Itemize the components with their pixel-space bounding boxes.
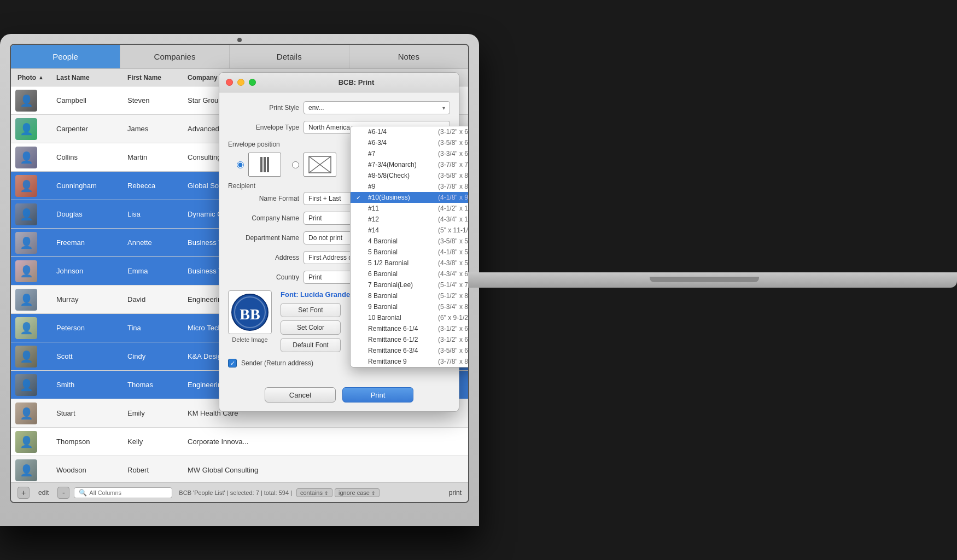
dropdown-item[interactable]: Remittance 9 (3-7/8" x 8-7/8")	[351, 356, 469, 367]
tab-details[interactable]: Details	[230, 45, 349, 68]
avatar: 👤	[15, 346, 37, 368]
avatar: 👤	[15, 289, 37, 311]
delete-image-label[interactable]: Delete Image	[232, 336, 267, 343]
avatar: 👤	[15, 232, 37, 254]
set-color-button[interactable]: Set Color	[281, 320, 341, 335]
cell-firstname: James	[123, 125, 183, 133]
dropdown-item-name: #9	[368, 183, 434, 190]
dropdown-item-name: Remittance 9	[368, 358, 434, 365]
dropdown-item-size: (4-3/4" x 11")	[438, 215, 469, 223]
table-row[interactable]: 👤 Thompson Kelly Corporate Innova...	[11, 428, 468, 456]
dropdown-item[interactable]: #9 (3-7/8" x 8-7/8")	[351, 181, 469, 192]
dropdown-item[interactable]: #7-3/4(Monarch) (3-7/8" x 7-1/2")	[351, 159, 469, 170]
dropdown-item-size: (3-1/2" x 6")	[438, 128, 469, 136]
dropdown-item[interactable]: 8 Baronial (5-1/2" x 8-1/4")	[351, 290, 469, 301]
dropdown-item[interactable]: 6 Baronial (4-3/4" x 6-1/2")	[351, 269, 469, 279]
print-dialog-button[interactable]: Print	[342, 387, 413, 402]
dropdown-item-name: Remittance 6-3/4	[368, 347, 434, 354]
add-button[interactable]: +	[17, 487, 30, 499]
envelope-option-right[interactable]	[292, 153, 336, 177]
contains-filter[interactable]: contains ⇕	[296, 488, 332, 497]
cell-lastname: Douglas	[52, 210, 123, 218]
person-icon: 👤	[20, 179, 33, 192]
cell-lastname: Collins	[52, 153, 123, 161]
print-style-select[interactable]: env... ▾	[304, 101, 450, 114]
tab-companies[interactable]: Companies	[120, 45, 230, 68]
sender-checkbox[interactable]: ✓	[228, 359, 237, 368]
cell-firstname: Tina	[123, 324, 183, 332]
dropdown-item-size: (4-3/4" x 6-1/2")	[438, 270, 469, 278]
cell-firstname: David	[123, 295, 183, 304]
dropdown-item-size: (3-7/8" x 8-7/8")	[438, 358, 469, 365]
set-font-button[interactable]: Set Font	[281, 303, 341, 317]
print-style-label: Print Style	[228, 104, 299, 112]
envelope-radio-left[interactable]	[237, 161, 244, 168]
cell-firstname: Robert	[123, 466, 183, 474]
tab-people[interactable]: People	[11, 45, 120, 68]
cell-lastname: Murray	[52, 295, 123, 304]
cell-photo: 👤	[11, 374, 52, 396]
person-icon: 👤	[20, 122, 33, 136]
person-icon: 👤	[20, 265, 33, 278]
dropdown-item[interactable]: 7 Baronial(Lee) (5-1/4" x 7-1/4")	[351, 279, 469, 290]
dropdown-item-size: (3-5/8" x 5-1/8")	[438, 237, 469, 245]
dropdown-item[interactable]: #6-1/4 (3-1/2" x 6")	[351, 126, 469, 137]
dropdown-item-name: 6 Baronial	[368, 270, 434, 278]
dropdown-item[interactable]: #14 (5" x 11-1/2")	[351, 225, 469, 236]
person-icon: 👤	[20, 407, 33, 420]
dropdown-item[interactable]: 4 Baronial (3-5/8" x 5-1/8")	[351, 236, 469, 247]
cell-photo: 👤	[11, 431, 52, 453]
dropdown-item-size: (6" x 9-1/2")	[438, 314, 469, 322]
ignore-case-filter[interactable]: ignore case ⇕	[335, 488, 380, 497]
dropdown-item[interactable]: ✓ #10(Business) (4-1/8" x 9-1/2")	[351, 192, 469, 203]
default-font-button[interactable]: Default Font	[281, 338, 341, 352]
dropdown-item-size: (3-1/2" x 6-1/4")	[438, 336, 469, 343]
dropdown-item-size: (3-7/8" x 8-7/8")	[438, 183, 469, 190]
dropdown-item[interactable]: #8-5/8(Check) (3-5/8" x 8-5/8")	[351, 170, 469, 181]
close-button[interactable]	[226, 79, 233, 86]
dropdown-item[interactable]: Remittance 6-1/4 (3-1/2" x 6")	[351, 323, 469, 334]
remove-button[interactable]: -	[57, 487, 69, 499]
dropdown-item[interactable]: Remittance 6-3/4 (3-5/8" x 6-1/2")	[351, 345, 469, 356]
minimize-button[interactable]	[237, 79, 244, 86]
cell-firstname: Emily	[123, 409, 183, 417]
dropdown-item[interactable]: 9 Baronial (5-3/4" x 8-3/4")	[351, 301, 469, 312]
dropdown-item[interactable]: 10 Baronial (6" x 9-1/2")	[351, 312, 469, 323]
dropdown-item[interactable]: #12 (4-3/4" x 11")	[351, 214, 469, 225]
avatar: 👤	[15, 374, 37, 396]
dropdown-item-name: #14	[368, 226, 434, 234]
col-header-photo[interactable]: Photo ▲	[11, 74, 52, 81]
dropdown-item[interactable]: Remittance 6-1/2 (3-1/2" x 6-1/4")	[351, 334, 469, 345]
cancel-button[interactable]: Cancel	[265, 387, 336, 402]
dropdown-item[interactable]: #11 (4-1/2" x 10-3/8")	[351, 203, 469, 214]
print-button[interactable]: print	[449, 489, 462, 497]
cell-firstname: Cindy	[123, 352, 183, 360]
filter-buttons: contains ⇕ ignore case ⇕	[296, 488, 380, 497]
edit-button[interactable]: edit	[34, 489, 53, 497]
envelope-option-left[interactable]	[237, 153, 281, 177]
envelope-x-svg	[306, 154, 334, 176]
search-input[interactable]	[89, 489, 167, 496]
dropdown-item-name: #8-5/8(Check)	[368, 172, 434, 179]
logo-placeholder: BB	[228, 290, 272, 334]
cell-lastname: Smith	[52, 381, 123, 389]
dropdown-item[interactable]: #7 (3-3/4" x 6-3/4")	[351, 148, 469, 159]
person-icon: 👤	[20, 208, 33, 221]
table-row[interactable]: 👤 Woodson Robert MW Global Consulting	[11, 456, 468, 482]
tab-notes[interactable]: Notes	[349, 45, 469, 68]
cell-lastname: Campbell	[52, 96, 123, 104]
dropdown-item[interactable]: 5 Baronial (4-1/8" x 5-1/2")	[351, 247, 469, 258]
avatar: 👤	[15, 431, 37, 453]
cell-firstname: Steven	[123, 96, 183, 104]
maximize-button[interactable]	[249, 79, 256, 86]
dropdown-item[interactable]: #6-3/4 (3-5/8" x 6-1/2")	[351, 137, 469, 148]
avatar: 👤	[15, 175, 37, 197]
col-header-firstname[interactable]: First Name	[123, 74, 183, 81]
search-box[interactable]: 🔍	[74, 487, 172, 498]
company-name-label: Company Name	[228, 214, 299, 222]
status-text: BCB 'People List' | selected: 7 | total:…	[179, 489, 292, 496]
dropdown-item[interactable]: 5 1/2 Baronial (4-3/8" x 5-3/4")	[351, 258, 469, 269]
dialog-buttons: Cancel Print	[219, 383, 459, 411]
envelope-radio-right[interactable]	[292, 161, 299, 168]
col-header-lastname[interactable]: Last Name	[52, 74, 123, 81]
